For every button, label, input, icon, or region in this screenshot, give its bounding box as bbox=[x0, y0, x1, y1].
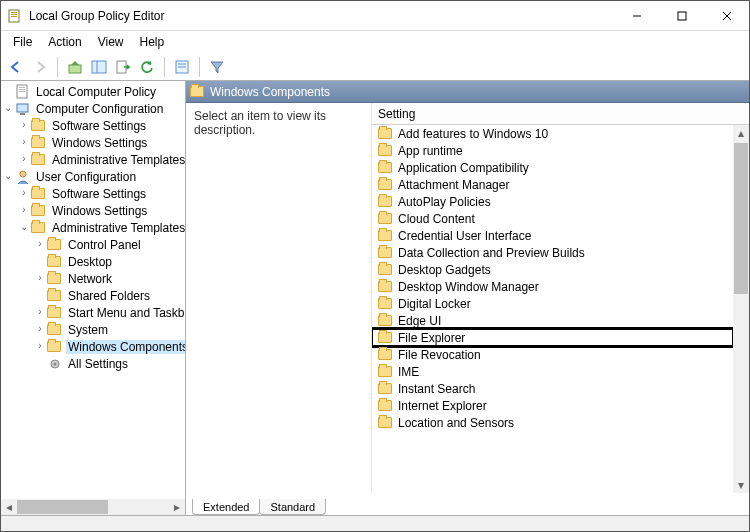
list-item[interactable]: Edge UI bbox=[372, 312, 733, 329]
tree-item-label: All Settings bbox=[66, 357, 130, 371]
list-item[interactable]: Internet Explorer bbox=[372, 397, 733, 414]
export-button[interactable] bbox=[112, 56, 134, 78]
description-prompt: Select an item to view its description. bbox=[186, 103, 371, 493]
tree-item[interactable]: ›Control Panel bbox=[1, 236, 185, 253]
list-item[interactable]: Cloud Content bbox=[372, 210, 733, 227]
folder-icon bbox=[47, 254, 63, 270]
expand-icon[interactable]: › bbox=[17, 152, 31, 166]
tab-standard[interactable]: Standard bbox=[259, 499, 326, 515]
menu-action[interactable]: Action bbox=[40, 33, 89, 51]
expand-icon[interactable]: › bbox=[33, 305, 47, 319]
svg-rect-8 bbox=[69, 65, 81, 73]
folder-icon bbox=[47, 339, 63, 355]
scroll-left-icon[interactable]: ◂ bbox=[1, 499, 17, 515]
tree-item[interactable]: ⌄Computer Configuration bbox=[1, 100, 185, 117]
user-icon bbox=[15, 169, 31, 185]
list-item[interactable]: Application Compatibility bbox=[372, 159, 733, 176]
tree-item[interactable]: Desktop bbox=[1, 253, 185, 270]
expand-icon[interactable]: › bbox=[33, 339, 47, 353]
tree-item-label: Administrative Templates bbox=[50, 221, 185, 235]
tab-extended[interactable]: Extended bbox=[192, 499, 260, 515]
close-button[interactable] bbox=[704, 1, 749, 30]
menu-view[interactable]: View bbox=[90, 33, 132, 51]
expand-icon[interactable]: › bbox=[33, 322, 47, 336]
expand-icon[interactable]: › bbox=[17, 186, 31, 200]
folder-icon bbox=[47, 288, 63, 304]
back-button[interactable] bbox=[5, 56, 27, 78]
tree-item[interactable]: ›Windows Settings bbox=[1, 134, 185, 151]
menu-file[interactable]: File bbox=[5, 33, 40, 51]
list-item[interactable]: Location and Sensors bbox=[372, 414, 733, 431]
expand-icon[interactable]: › bbox=[33, 271, 47, 285]
expand-icon[interactable]: ⌄ bbox=[1, 169, 15, 183]
right-pane: Windows Components Select an item to vie… bbox=[186, 81, 749, 515]
tree-item[interactable]: ›Administrative Templates bbox=[1, 151, 185, 168]
folder-icon bbox=[31, 203, 47, 219]
folder-icon bbox=[47, 271, 63, 287]
tree-item[interactable]: All Settings bbox=[1, 355, 185, 372]
list-v-scrollbar[interactable]: ▴ ▾ bbox=[733, 125, 749, 493]
tree-item[interactable]: ›Windows Settings bbox=[1, 202, 185, 219]
list-item[interactable]: AutoPlay Policies bbox=[372, 193, 733, 210]
expand-icon[interactable]: › bbox=[17, 135, 31, 149]
list-item[interactable]: IME bbox=[372, 363, 733, 380]
expand-icon[interactable]: ⌄ bbox=[1, 101, 15, 115]
folder-icon bbox=[378, 398, 394, 414]
folder-icon bbox=[31, 118, 47, 134]
tree-item[interactable]: ›System bbox=[1, 321, 185, 338]
app-window: Local Group Policy Editor File Action Vi… bbox=[0, 0, 750, 532]
tree-item[interactable]: ⌄User Configuration bbox=[1, 168, 185, 185]
expand-icon[interactable]: ⌄ bbox=[17, 220, 31, 234]
tree-item[interactable]: Local Computer Policy bbox=[1, 83, 185, 100]
list-item[interactable]: Digital Locker bbox=[372, 295, 733, 312]
svg-rect-5 bbox=[678, 12, 686, 20]
list-item[interactable]: Instant Search bbox=[372, 380, 733, 397]
expand-icon[interactable]: › bbox=[17, 118, 31, 132]
tree-item[interactable]: ⌄Administrative Templates bbox=[1, 219, 185, 236]
tab-strip: Extended Standard bbox=[186, 493, 749, 515]
tree-pane: Local Computer Policy⌄Computer Configura… bbox=[1, 81, 186, 515]
tree-item[interactable]: ›Software Settings bbox=[1, 185, 185, 202]
svg-rect-19 bbox=[17, 104, 28, 112]
list-item[interactable]: File Revocation bbox=[372, 346, 733, 363]
tree-item[interactable]: Shared Folders bbox=[1, 287, 185, 304]
expand-icon[interactable]: › bbox=[33, 237, 47, 251]
column-header-setting[interactable]: Setting bbox=[372, 103, 749, 125]
up-button[interactable] bbox=[64, 56, 86, 78]
scroll-up-icon[interactable]: ▴ bbox=[733, 125, 749, 141]
tree-item[interactable]: ›Network bbox=[1, 270, 185, 287]
properties-button[interactable] bbox=[171, 56, 193, 78]
scroll-right-icon[interactable]: ▸ bbox=[169, 499, 185, 515]
tree-item[interactable]: ›Start Menu and Taskbar bbox=[1, 304, 185, 321]
list-item[interactable]: Credential User Interface bbox=[372, 227, 733, 244]
tree-item[interactable]: ›Software Settings bbox=[1, 117, 185, 134]
list-item[interactable]: Attachment Manager bbox=[372, 176, 733, 193]
tree-item-label: Computer Configuration bbox=[34, 102, 165, 116]
tree-item[interactable]: ›Windows Components bbox=[1, 338, 185, 355]
folder-icon bbox=[378, 211, 394, 227]
list-item[interactable]: File Explorer bbox=[372, 329, 733, 346]
list-item[interactable]: Desktop Gadgets bbox=[372, 261, 733, 278]
expand-icon[interactable]: › bbox=[17, 203, 31, 217]
list-item[interactable]: Add features to Windows 10 bbox=[372, 125, 733, 142]
folder-icon bbox=[378, 296, 394, 312]
show-hide-tree-button[interactable] bbox=[88, 56, 110, 78]
folder-icon bbox=[378, 177, 394, 193]
tree-h-scrollbar[interactable]: ◂ ▸ bbox=[1, 499, 185, 515]
maximize-button[interactable] bbox=[659, 1, 704, 30]
list-item-label: AutoPlay Policies bbox=[398, 195, 491, 209]
filter-button[interactable] bbox=[206, 56, 228, 78]
scroll-down-icon[interactable]: ▾ bbox=[733, 477, 749, 493]
list-item[interactable]: Data Collection and Preview Builds bbox=[372, 244, 733, 261]
minimize-button[interactable] bbox=[614, 1, 659, 30]
refresh-button[interactable] bbox=[136, 56, 158, 78]
list-item[interactable]: Desktop Window Manager bbox=[372, 278, 733, 295]
list-item[interactable]: App runtime bbox=[372, 142, 733, 159]
menu-help[interactable]: Help bbox=[132, 33, 173, 51]
statusbar bbox=[1, 515, 749, 531]
folder-icon bbox=[378, 194, 394, 210]
folder-icon bbox=[378, 160, 394, 176]
list-item-label: File Revocation bbox=[398, 348, 481, 362]
tree-item-label: Software Settings bbox=[50, 187, 148, 201]
forward-button[interactable] bbox=[29, 56, 51, 78]
